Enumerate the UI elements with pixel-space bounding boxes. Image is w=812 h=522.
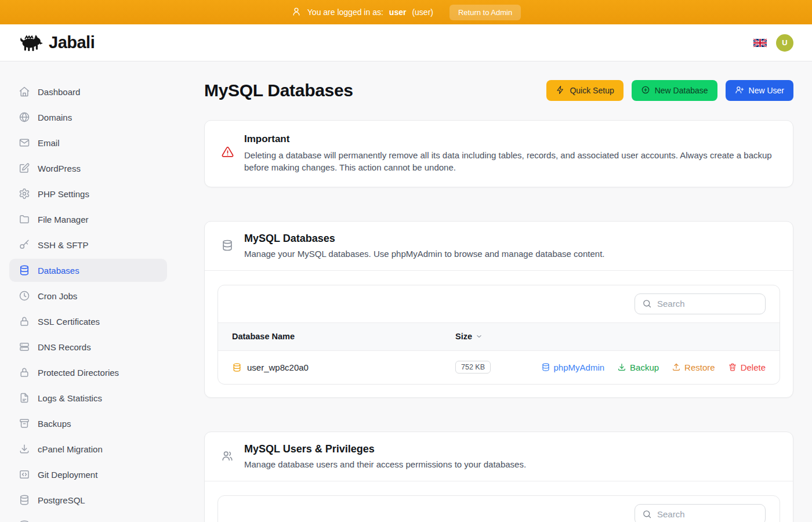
link-label: Delete [741, 362, 766, 372]
key-icon [19, 239, 30, 251]
new-user-button[interactable]: New User [726, 80, 793, 101]
users-search [635, 504, 766, 522]
phpmyadmin-link[interactable]: phpMyAdmin [541, 362, 605, 372]
sidebar-item-label: PHP Settings [38, 189, 89, 199]
database-icon [19, 494, 30, 506]
database-icon [232, 362, 242, 372]
lock-icon [19, 316, 30, 327]
sidebar-item-ssl-certificates[interactable]: SSL Certificates [9, 310, 167, 333]
sidebar-item-label: SSL Certificates [38, 317, 100, 327]
user-avatar[interactable]: U [776, 34, 793, 52]
logged-in-text: You are logged in as: [307, 8, 383, 17]
databases-table-header: Database Name Size [218, 322, 780, 350]
chevron-down-icon [475, 332, 483, 340]
search-icon [642, 509, 652, 519]
brand-logo[interactable]: Jabali [19, 32, 95, 53]
column-size-sort[interactable]: Size [455, 332, 766, 341]
sidebar-item-wordpress[interactable]: WordPress [9, 157, 167, 180]
sidebar-item-email[interactable]: Email [9, 131, 167, 154]
sidebar-item-domains[interactable]: Domains [9, 106, 167, 129]
sidebar-item-label: Dashboard [38, 87, 80, 97]
sidebar-item-label: PostgreSQL [38, 495, 85, 505]
page-title: MySQL Databases [204, 81, 353, 100]
users-icon [221, 449, 234, 469]
server-icon [19, 341, 30, 353]
quick-setup-button[interactable]: Quick Setup [546, 80, 623, 101]
uk-flag-icon[interactable] [753, 38, 767, 48]
page-actions: Quick SetupNew DatabaseNew User [546, 80, 793, 101]
sidebar-item-file-manager[interactable]: File Manager [9, 208, 167, 231]
edit-icon [19, 162, 30, 174]
database-icon [221, 239, 234, 259]
code-icon [19, 469, 30, 480]
logged-in-username: user [389, 8, 407, 17]
databases-search-input[interactable] [657, 299, 758, 309]
plus-circle-icon [641, 85, 650, 96]
sidebar-item-ssh-sftp[interactable]: SSH & SFTP [9, 233, 167, 256]
button-label: Quick Setup [570, 86, 614, 95]
return-to-admin-button[interactable]: Return to Admin [449, 5, 521, 20]
sidebar-item-label: File Manager [38, 215, 89, 224]
sidebar-item-postgresql[interactable]: PostgreSQL [9, 488, 167, 512]
home-icon [19, 86, 30, 97]
sidebar-item-label: SSH & SFTP [38, 240, 89, 250]
sidebar-item-label: Git Deployment [38, 470, 97, 480]
file-text-icon [19, 392, 30, 404]
databases-search [635, 293, 766, 314]
boar-logo-icon [19, 32, 43, 53]
sidebar-item-databases[interactable]: Databases [9, 259, 167, 282]
globe-icon [19, 111, 30, 123]
brand-name: Jabali [49, 33, 95, 52]
button-label: New Database [655, 86, 708, 95]
sidebar-item-cpanel-migration[interactable]: cPanel Migration [9, 437, 167, 461]
databases-table-body: user_wp8c20a0752 KBphpMyAdminBackupResto… [218, 350, 780, 384]
sidebar-item-dns-records[interactable]: DNS Records [9, 335, 167, 358]
users-search-input[interactable] [657, 509, 758, 519]
sidebar-item-git-deployment[interactable]: Git Deployment [9, 463, 167, 486]
warning-title: Important [244, 133, 777, 145]
database-table-row: user_wp8c20a0752 KBphpMyAdminBackupResto… [218, 350, 780, 384]
sidebar-item-label: Databases [38, 266, 79, 276]
mail-icon [19, 137, 30, 148]
users-section-card: MySQL Users & Privileges Manage database… [204, 432, 793, 522]
link-label: phpMyAdmin [554, 362, 605, 372]
alert-triangle-icon [221, 146, 234, 161]
sidebar-item-backups[interactable]: Backups [9, 412, 167, 435]
sidebar-item-more[interactable] [9, 514, 167, 522]
backup-link[interactable]: Backup [617, 362, 659, 372]
archive-icon [19, 418, 30, 429]
sidebar-item-dashboard[interactable]: Dashboard [9, 80, 167, 103]
database-icon [19, 520, 30, 522]
link-label: Backup [630, 362, 659, 372]
database-name-cell: user_wp8c20a0 [232, 362, 455, 372]
new-database-button[interactable]: New Database [632, 80, 717, 101]
delete-link[interactable]: Delete [728, 362, 766, 372]
database-icon [19, 264, 30, 276]
zap-icon [556, 85, 565, 96]
sidebar-item-cron-jobs[interactable]: Cron Jobs [9, 284, 167, 307]
warning-text: Deleting a database will permanently rem… [244, 149, 777, 174]
upload-icon [672, 362, 681, 372]
database-icon [541, 362, 550, 372]
restore-link[interactable]: Restore [672, 362, 715, 372]
settings-icon [19, 188, 30, 200]
sidebar-item-protected-directories[interactable]: Protected Directories [9, 361, 167, 384]
folder-icon [19, 213, 30, 225]
link-label: Restore [684, 362, 715, 372]
sidebar: DashboardDomainsEmailWordPressPHP Settin… [0, 61, 176, 522]
sidebar-item-php-settings[interactable]: PHP Settings [9, 182, 167, 205]
column-database-name: Database Name [232, 332, 455, 341]
button-label: New User [749, 86, 784, 95]
users-section-description: Manage database users and their access p… [244, 459, 526, 469]
sidebar-item-logs-statistics[interactable]: Logs & Statistics [9, 386, 167, 409]
sidebar-item-label: Domains [38, 113, 72, 122]
sidebar-item-label: Backups [38, 419, 71, 429]
main-content: MySQL Databases Quick SetupNew DatabaseN… [176, 61, 812, 522]
user-plus-icon [735, 85, 744, 96]
sidebar-item-label: cPanel Migration [38, 444, 103, 454]
clock-icon [19, 290, 30, 302]
sidebar-item-label: DNS Records [38, 342, 91, 352]
users-section-title: MySQL Users & Privileges [244, 443, 526, 455]
download-icon [19, 443, 30, 455]
sidebar-item-label: Protected Directories [38, 368, 119, 378]
